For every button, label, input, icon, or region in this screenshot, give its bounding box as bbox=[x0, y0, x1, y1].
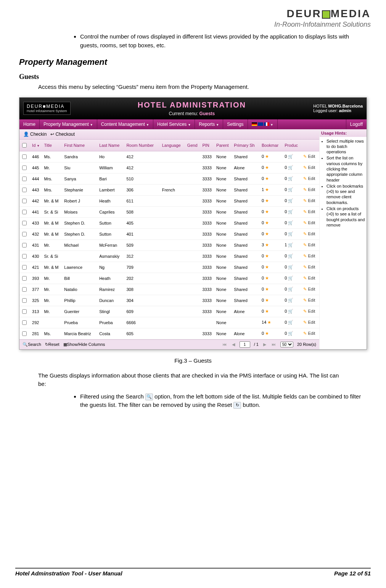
products-cell[interactable]: 0 🛒 bbox=[283, 328, 302, 339]
table-row[interactable]: 444Mrs.SanyaBari5103333NoneShared0 ★0 🛒✎… bbox=[19, 173, 319, 184]
menu-hotel-services[interactable]: Hotel Services▼ bbox=[153, 119, 195, 129]
edit-button[interactable]: ✎ Edit bbox=[302, 317, 319, 328]
menu-content-management[interactable]: Content Management▼ bbox=[97, 119, 153, 129]
row-checkbox[interactable] bbox=[22, 232, 27, 236]
col-header[interactable]: Parent bbox=[215, 140, 233, 151]
table-row[interactable]: 432Mr. & MStephen D.Sutton4013333NoneSha… bbox=[19, 228, 319, 239]
bookmarks-cell[interactable]: 0 ★ bbox=[261, 195, 283, 206]
table-row[interactable]: 421Mr. & MLawrenceNg7093333NoneShared0 ★… bbox=[19, 262, 319, 273]
products-cell[interactable]: 0 🛒 bbox=[283, 295, 302, 306]
table-row[interactable]: 431Mr.MichaelMcFerran5093333NoneShared3 … bbox=[19, 239, 319, 251]
row-checkbox[interactable] bbox=[22, 177, 27, 181]
bookmarks-cell[interactable]: 0 ★ bbox=[261, 295, 283, 306]
bookmarks-cell[interactable]: 0 ★ bbox=[261, 306, 283, 317]
row-checkbox[interactable] bbox=[22, 309, 27, 314]
products-cell[interactable]: 0 🛒 bbox=[283, 317, 302, 328]
menu-logoff[interactable]: Logoff bbox=[346, 119, 367, 129]
products-cell[interactable]: 1 🛒 bbox=[283, 239, 302, 251]
table-row[interactable]: 281Ms.Marcia BeatrizCosta6053333NoneAlon… bbox=[19, 328, 319, 339]
col-header[interactable]: Room Number bbox=[125, 140, 161, 151]
products-cell[interactable]: 0 🛒 bbox=[283, 284, 302, 295]
row-checkbox[interactable] bbox=[22, 199, 27, 203]
reset-button[interactable]: ↻Reset bbox=[45, 342, 60, 347]
menu-reports[interactable]: Reports▼ bbox=[195, 119, 223, 129]
col-header[interactable] bbox=[302, 140, 319, 151]
col-header[interactable]: PIN bbox=[201, 140, 215, 151]
bookmarks-cell[interactable]: 0 ★ bbox=[261, 284, 283, 295]
row-checkbox[interactable] bbox=[22, 221, 27, 225]
table-row[interactable]: 433Mr. & MStephen D.Sutton4053333NoneSha… bbox=[19, 217, 319, 228]
products-cell[interactable]: 0 🛒 bbox=[283, 173, 302, 184]
edit-button[interactable]: ✎ Edit bbox=[302, 184, 319, 195]
products-cell[interactable]: 0 🛒 bbox=[283, 273, 302, 284]
bookmarks-cell[interactable]: 0 ★ bbox=[261, 151, 283, 162]
bookmarks-cell[interactable]: 0 ★ bbox=[261, 162, 283, 173]
table-row[interactable]: 313Mr.GuenterStingl6093333NoneAlone0 ★0 … bbox=[19, 306, 319, 317]
edit-button[interactable]: ✎ Edit bbox=[302, 173, 319, 184]
col-header[interactable]: Title bbox=[43, 140, 63, 151]
bookmarks-cell[interactable]: 0 ★ bbox=[261, 328, 283, 339]
edit-button[interactable]: ✎ Edit bbox=[302, 217, 319, 228]
edit-button[interactable]: ✎ Edit bbox=[302, 151, 319, 162]
row-checkbox[interactable] bbox=[22, 298, 27, 303]
bookmarks-cell[interactable]: 0 ★ bbox=[261, 262, 283, 273]
col-header[interactable]: Id ▼ bbox=[31, 140, 43, 151]
bookmarks-cell[interactable]: 0 ★ bbox=[261, 228, 283, 239]
row-checkbox[interactable] bbox=[22, 188, 27, 192]
edit-button[interactable]: ✎ Edit bbox=[302, 206, 319, 217]
checkout-button[interactable]: ↩Checkout bbox=[50, 132, 75, 137]
row-checkbox[interactable] bbox=[22, 254, 27, 259]
table-row[interactable]: 325Mr.PhillipDuncan3043333NoneShared0 ★0… bbox=[19, 295, 319, 306]
edit-button[interactable]: ✎ Edit bbox=[302, 284, 319, 295]
products-cell[interactable]: 0 🛒 bbox=[283, 228, 302, 239]
bookmarks-cell[interactable]: 1 ★ bbox=[261, 184, 283, 195]
col-header[interactable] bbox=[19, 140, 31, 151]
select-all-checkbox[interactable] bbox=[22, 143, 27, 148]
page-input[interactable] bbox=[240, 341, 250, 348]
col-header[interactable]: Primary Sh bbox=[233, 140, 261, 151]
row-checkbox[interactable] bbox=[22, 210, 27, 214]
table-row[interactable]: 445Mr.SiuWilliam4123333NoneAlone0 ★0 🛒✎ … bbox=[19, 162, 319, 173]
menu-flags[interactable]: ▼ bbox=[248, 119, 278, 129]
col-header[interactable]: Last Name bbox=[98, 140, 125, 151]
first-page-button[interactable]: ⏮ bbox=[222, 342, 227, 347]
table-row[interactable]: 393Mr.BillHeath2023333NoneShared0 ★0 🛒✎ … bbox=[19, 273, 319, 284]
products-cell[interactable]: 0 🛒 bbox=[283, 217, 302, 228]
bookmarks-cell[interactable]: 0 ★ bbox=[261, 173, 283, 184]
table-row[interactable]: 377Mr.NatalioRamirez3083333NoneShared0 ★… bbox=[19, 284, 319, 295]
row-checkbox[interactable] bbox=[22, 165, 27, 170]
checkin-button[interactable]: 👤Checkin bbox=[23, 132, 47, 137]
bookmarks-cell[interactable]: 3 ★ bbox=[261, 239, 283, 251]
products-cell[interactable]: 0 🛒 bbox=[283, 262, 302, 273]
row-checkbox[interactable] bbox=[22, 320, 27, 325]
table-row[interactable]: 292PruebaPrueba6666None14 ★0 🛒✎ Edit bbox=[19, 317, 319, 328]
edit-button[interactable]: ✎ Edit bbox=[302, 228, 319, 239]
menu-settings[interactable]: Settings bbox=[223, 119, 248, 129]
bookmarks-cell[interactable]: 0 ★ bbox=[261, 251, 283, 262]
products-cell[interactable]: 0 🛒 bbox=[283, 151, 302, 162]
edit-button[interactable]: ✎ Edit bbox=[302, 295, 319, 306]
table-row[interactable]: 442Mr. & MRobert JHeath6113333NoneShared… bbox=[19, 195, 319, 206]
edit-button[interactable]: ✎ Edit bbox=[302, 251, 319, 262]
products-cell[interactable]: 0 🛒 bbox=[283, 306, 302, 317]
col-header[interactable]: Gend bbox=[186, 140, 201, 151]
edit-button[interactable]: ✎ Edit bbox=[302, 162, 319, 173]
products-cell[interactable]: 0 🛒 bbox=[283, 195, 302, 206]
table-row[interactable]: 446Ms.SandraHo4123333NoneShared0 ★0 🛒✎ E… bbox=[19, 151, 319, 162]
products-cell[interactable]: 0 🛒 bbox=[283, 206, 302, 217]
row-checkbox[interactable] bbox=[22, 287, 27, 292]
products-cell[interactable]: 0 🛒 bbox=[283, 184, 302, 195]
products-cell[interactable]: 0 🛒 bbox=[283, 162, 302, 173]
row-checkbox[interactable] bbox=[22, 243, 27, 247]
col-header[interactable]: Language bbox=[161, 140, 186, 151]
edit-button[interactable]: ✎ Edit bbox=[302, 239, 319, 251]
row-checkbox[interactable] bbox=[22, 331, 27, 336]
prev-page-button[interactable]: ◀ bbox=[231, 342, 236, 347]
table-row[interactable]: 430Sr. & SiAsmanskiy3123333NoneShared0 ★… bbox=[19, 251, 319, 262]
edit-button[interactable]: ✎ Edit bbox=[302, 273, 319, 284]
col-header[interactable]: First Name bbox=[63, 140, 98, 151]
row-checkbox[interactable] bbox=[22, 276, 27, 281]
next-page-button[interactable]: ▶ bbox=[262, 342, 267, 347]
table-row[interactable]: 443Mrs.StephanieLambert306French3333None… bbox=[19, 184, 319, 195]
last-page-button[interactable]: ⏭ bbox=[271, 342, 277, 347]
